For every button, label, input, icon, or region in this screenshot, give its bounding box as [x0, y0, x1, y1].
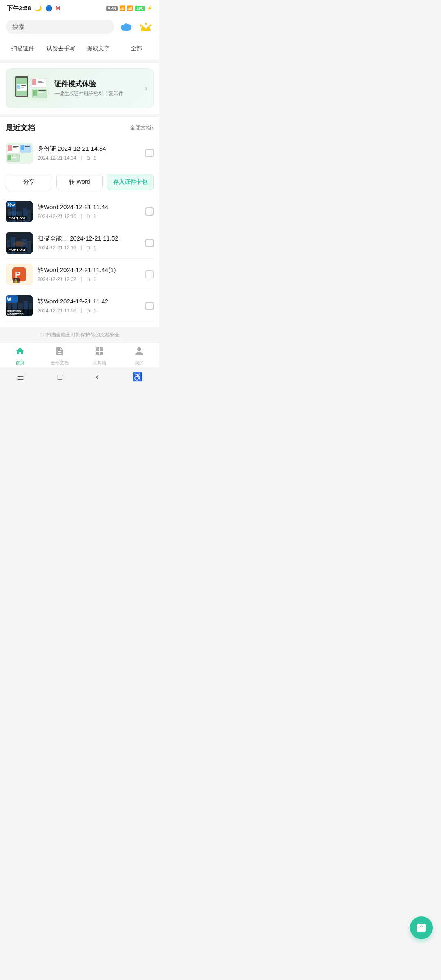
doc-item-1[interactable]: 身份证 2024-12-21 14.34 2024-12-21 14:34 ｜ … [6, 138, 154, 169]
svg-rect-13 [17, 85, 20, 89]
doc-thumb-1 [6, 143, 33, 164]
svg-rect-32 [12, 156, 18, 156]
to-word-button[interactable]: 转 Word [56, 174, 103, 190]
svg-rect-31 [8, 155, 11, 160]
svg-rect-8 [141, 30, 151, 31]
svg-marker-4 [141, 25, 151, 30]
doc-item-3[interactable]: FIGHT ON! 扫描全能王 2024-12-21 11.52 2024-12… [6, 227, 154, 259]
doc-info-1: 身份证 2024-12-21 14.34 2024-12-21 14:34 ｜ … [38, 145, 140, 161]
svg-rect-22 [33, 90, 37, 96]
sys-accessibility-icon[interactable]: ♿ [132, 372, 143, 382]
doc-checkbox-1[interactable] [145, 149, 154, 157]
status-left: 下午2:58 🌙 🔵 M [7, 4, 60, 12]
cloud-icon [120, 21, 133, 32]
banner-text: 证件模式体验 一键生成证件电子档&1:1复印件 [54, 79, 139, 97]
nav-toolbox[interactable]: 工具箱 [80, 346, 120, 366]
mine-nav-icon [134, 346, 144, 359]
svg-point-54 [13, 241, 25, 246]
doc-meta-3: 2024-12-21 12:16 ｜ 🗋 1 [38, 244, 140, 251]
wifi-icon: 📶 [127, 5, 133, 11]
doc-pages-icon-4: 🗋 [86, 276, 91, 282]
section-header: 最近文档 全部文档 › [6, 123, 154, 133]
doc-item-4[interactable]: P 🔒 转Word 2024-12-21 11.44(1) 2024-12-21… [6, 259, 154, 290]
doc-thumb-3: FIGHT ON! [6, 232, 33, 254]
svg-point-6 [145, 23, 147, 25]
doc-info-5: 转Word 2024-12-21 11.42 2024-12-21 11:56 … [38, 298, 140, 314]
svg-rect-28 [13, 146, 19, 147]
doc-checkbox-4[interactable] [145, 270, 154, 278]
mine-nav-label: 我的 [135, 360, 144, 366]
nav-all-docs[interactable]: 全部文档 [40, 346, 80, 366]
doc-meta-1: 2024-12-21 14:34 ｜ 🗋 1 [38, 154, 140, 161]
system-nav-bar: ☰ □ ‹ ♿ [0, 368, 159, 388]
doc-thumb-4: P 🔒 [6, 264, 33, 285]
tab-extract-text[interactable]: 提取文字 [80, 42, 118, 55]
doc-meta-2: 2024-12-21 12:16 ｜ 🗋 1 [38, 213, 140, 220]
svg-text:W: W [7, 296, 11, 301]
time-display: 下午2:58 [7, 4, 31, 12]
cert-banner[interactable]: 证件模式体验 一键生成证件电子档&1:1复印件 › [6, 68, 154, 108]
svg-rect-23 [38, 90, 46, 91]
all-docs-link[interactable]: 全部文档 › [130, 124, 154, 131]
doc-item-5[interactable]: W RRIFYING MONSTERS 转Word 2024-12-21 11.… [6, 290, 154, 322]
doc-meta-4: 2024-12-21 12:02 ｜ 🗋 1 [38, 276, 140, 283]
svg-rect-20 [38, 82, 44, 83]
svg-point-5 [140, 24, 142, 27]
save-cert-button[interactable]: 存入证件卡包 [107, 174, 154, 190]
all-docs-nav-icon [55, 346, 65, 359]
toolbox-nav-icon [95, 346, 105, 359]
monsters-label: RRIFYING MONSTERS [6, 309, 33, 316]
vpn-badge: VPN [106, 6, 118, 11]
home-nav-label: 首页 [16, 360, 24, 366]
svg-point-7 [150, 24, 152, 27]
tab-scan-id[interactable]: 扫描证件 [4, 42, 42, 55]
doc-pages-icon-3: 🗋 [86, 245, 91, 251]
doc-title-4: 转Word 2024-12-21 11.44(1) [38, 266, 140, 274]
svg-rect-19 [38, 81, 42, 82]
moon-icon: 🌙 [34, 4, 42, 12]
nav-mine[interactable]: 我的 [120, 346, 160, 366]
banner-subtitle: 一键生成证件电子档&1:1复印件 [54, 90, 139, 97]
svg-rect-14 [21, 85, 26, 86]
doc-thumb-5: W RRIFYING MONSTERS [6, 295, 33, 316]
doc-pages-icon-1: 🗋 [86, 155, 91, 161]
fight-label-1: FIGHT ON! [7, 216, 27, 220]
svg-rect-35 [21, 145, 24, 150]
crown-button[interactable] [138, 19, 154, 34]
svg-rect-24 [38, 92, 43, 93]
tab-all[interactable]: 全部 [118, 42, 156, 55]
doc-title-3: 扫描全能王 2024-12-21 11.52 [38, 235, 140, 243]
section-title: 最近文档 [6, 123, 35, 133]
ppt-icon-svg: P 🔒 [9, 264, 29, 285]
sys-back-icon[interactable]: ‹ [96, 372, 99, 382]
nav-home[interactable]: 首页 [0, 346, 40, 366]
svg-rect-43 [27, 210, 31, 222]
security-note: 🛡 扫描全能王时刻保护你的文档安全 [0, 327, 159, 343]
svg-rect-15 [21, 87, 24, 88]
crown-icon [140, 21, 152, 32]
home-nav-icon [15, 346, 25, 359]
charging-icon: ⚡ [147, 5, 153, 11]
svg-point-44 [9, 211, 19, 215]
share-button[interactable]: 分享 [6, 174, 52, 190]
doc-pages-icon-2: 🗋 [86, 214, 91, 219]
shield-icon: 🛡 [40, 332, 45, 338]
doc-item-2[interactable]: 转W FIGHT ON! 转Word 2024-12-21 11.44 2024… [6, 196, 154, 227]
svg-rect-53 [27, 241, 31, 254]
cloud-button[interactable] [118, 19, 134, 34]
status-right: VPN 📶 📶 100 ⚡ [106, 5, 153, 11]
chevron-right-icon: › [152, 125, 154, 131]
doc-checkbox-3[interactable] [145, 239, 154, 247]
svg-rect-33 [12, 157, 17, 158]
sys-menu-icon[interactable]: ☰ [17, 372, 24, 382]
doc-title-1: 身份证 2024-12-21 14.34 [38, 145, 140, 153]
doc-checkbox-5[interactable] [145, 302, 154, 310]
search-input[interactable] [6, 20, 114, 34]
doc-checkbox-2[interactable] [145, 207, 154, 216]
banner-arrow-icon: › [145, 84, 147, 93]
id-thumb-svg [6, 143, 33, 164]
sys-home-icon[interactable]: □ [58, 372, 62, 382]
tab-remove-hw[interactable]: 试卷去手写 [42, 42, 80, 55]
svg-rect-36 [25, 146, 30, 147]
svg-text:🔒: 🔒 [13, 278, 18, 283]
